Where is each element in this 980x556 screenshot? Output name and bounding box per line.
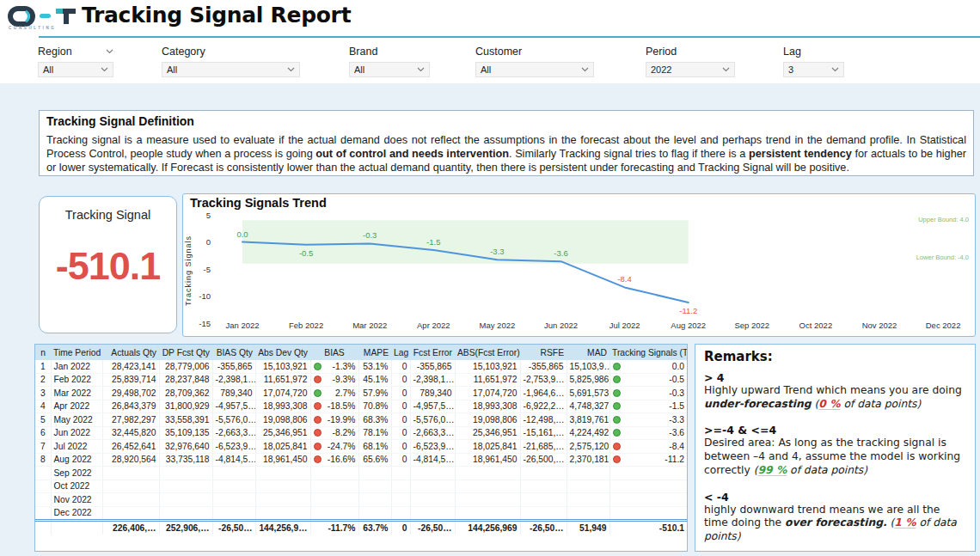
x-tick-label: Nov 2022 [862,321,897,330]
tracking-signal-card[interactable]: Tracking Signal -510.1 [39,196,177,333]
table-row[interactable]: 7Jul 202226,452,64132,976,640-6,523,9…18… [35,440,687,454]
filter-selected-value: 2022 [651,64,671,75]
table-row[interactable]: 1Jan 202228,423,14128,779,006-355,86515,… [35,360,687,373]
chart-title: Tracking Signals Trend [190,196,327,210]
table-cell [455,506,520,521]
data-point-label: -8.4 [617,274,631,284]
column-header[interactable]: Lag [391,345,410,360]
table-row[interactable]: Nov 2022 [35,493,687,507]
filter-brand-dropdown[interactable]: All [349,62,430,77]
table-row[interactable]: 3Mar 202229,498,70228,709,362789,34017,0… [35,387,687,400]
table-cell: 789,340 [212,387,255,400]
table-cell [159,480,212,493]
column-header[interactable]: Fcst Error [410,345,455,360]
table-cell [455,480,520,493]
column-header[interactable]: Abs Dev Qty [255,345,310,360]
table-cell: -26,50… [410,521,455,535]
table-cell: 28,423,141 [102,360,159,373]
filter-selected-value: 3 [788,64,793,75]
status-ok-icon [613,416,621,424]
table-cell: -26,50… [212,521,255,535]
table-cell: 31,800,929 [159,400,212,413]
table-row[interactable]: Dec 2022 [35,506,687,521]
column-header[interactable]: ABS(Fcst Error) [455,345,520,360]
column-header[interactable]: MAD [567,345,609,360]
column-header[interactable]: BIAS [310,345,358,360]
remarks-panel: Remarks: > 4Highly upward Trend which me… [695,344,976,552]
status-alert-icon [613,455,621,463]
table-row[interactable]: 8Aug 202228,920,56433,735,118-4,814,5…18… [35,453,687,467]
table-cell: -18.5% [310,400,358,413]
table-cell: -2,398,1… [212,373,255,387]
column-header[interactable]: BIAS Qty [212,345,255,360]
column-header[interactable]: Tracking Signals (T.S) [609,345,687,360]
table-cell: 4,224,492 [567,426,609,440]
table-cell: 25,839,714 [102,373,159,387]
table-cell [609,480,687,493]
column-header[interactable]: Actuals Qty [102,345,159,360]
table-cell: 2,575,120 [567,440,609,454]
table-cell [212,467,255,480]
y-tick-label: -15 [199,319,211,328]
filter-customer-dropdown[interactable]: All [475,62,594,77]
filter-category-dropdown[interactable]: All [162,62,300,77]
table-cell [391,493,410,507]
table-cell [255,467,310,480]
filter-region-dropdown[interactable]: All [38,62,113,77]
column-header[interactable]: MAPE [358,345,391,360]
status-alert-icon [314,376,322,383]
data-point-label: -3.6 [554,248,567,258]
column-header[interactable]: Time Period [51,345,102,360]
table-cell: Sep 2022 [51,467,102,480]
table-cell: 18,961,450 [455,453,520,467]
header-divider [39,36,980,38]
table-cell [310,493,358,507]
filter-lag-dropdown[interactable]: 3 [783,62,844,77]
table-cell: 5,691,573 [567,387,609,400]
table-cell: 0 [391,453,410,467]
table-cell [455,493,520,507]
status-ok-icon [613,363,621,370]
table-cell [35,480,51,493]
table-cell: 5 [35,413,51,427]
x-tick-label: Dec 2022 [926,321,961,330]
table-row[interactable]: 6Jun 202232,445,82035,109,135-2,663,3…25… [35,426,687,440]
x-tick-label: Sep 2022 [734,321,769,330]
column-header[interactable]: RSFE [520,345,567,360]
table-cell: -0.3 [609,387,687,400]
table-cell: 3 [35,387,51,400]
table-cell: 19,098,806 [255,413,310,427]
table-cell: 144,256,9… [255,521,310,535]
table-cell: -3.6 [609,426,687,440]
table-row[interactable]: 5May 202227,982,29733,558,391-5,576,0…19… [35,413,687,427]
table-row[interactable]: Oct 2022 [35,480,687,493]
column-header[interactable]: n [35,345,51,360]
trend-line-chart[interactable]: 50-5-10-15Tracking SignalsJan 2022Feb 20… [183,210,975,337]
filter-brand: BrandAll [349,45,430,77]
table-cell: 70.8% [358,400,391,413]
column-header[interactable]: DP Fcst Qty [159,345,212,360]
table-cell: 32,445,820 [102,426,159,440]
table-cell [410,467,455,480]
remark-heading: < -4 [704,491,966,504]
filter-selected-value: All [354,64,364,75]
status-ok-icon [613,429,621,437]
chevron-down-icon [106,49,113,54]
filter-period-dropdown[interactable]: 2022 [646,62,735,77]
y-tick-label: -5 [204,265,211,274]
remark-heading: >=-4 & <=4 [704,424,966,437]
table-cell [520,480,567,493]
x-tick-label: Jun 2022 [544,321,578,330]
x-tick-label: Feb 2022 [289,321,323,330]
table-row[interactable]: Sep 2022 [35,467,687,480]
table-cell [102,480,159,493]
table-row[interactable]: 2Feb 202225,839,71428,237,848-2,398,1…11… [35,373,687,387]
status-alert-icon [613,443,621,450]
table-cell: -11.7% [310,521,358,535]
table-cell: -5,576,0… [212,413,255,427]
table-cell [410,493,455,507]
table-row[interactable]: 4Apr 202226,843,37931,800,929-4,957,5…18… [35,400,687,413]
table-cell: -1,964,6… [520,387,567,400]
filter-selected-value: All [167,64,177,75]
x-tick-label: Jul 2022 [609,321,640,330]
